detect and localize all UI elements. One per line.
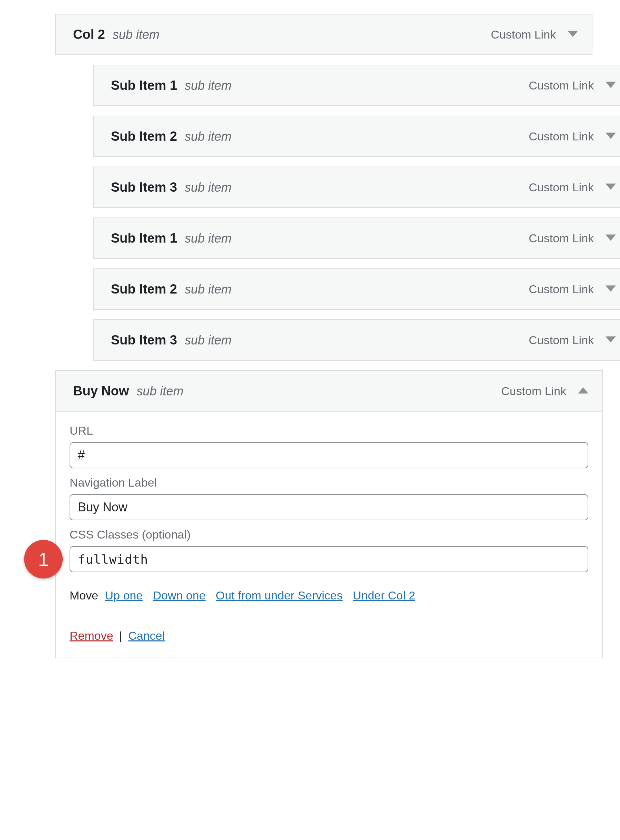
- url-input[interactable]: [69, 442, 588, 468]
- menu-item-sub1b[interactable]: Sub Item 1 sub item Custom Link: [93, 218, 620, 259]
- move-under-link[interactable]: Under Col 2: [353, 589, 415, 602]
- separator: |: [119, 629, 122, 642]
- menu-item-sub3a[interactable]: Sub Item 3 sub item Custom Link: [93, 166, 620, 208]
- remove-link[interactable]: Remove: [69, 629, 113, 642]
- css-classes-input[interactable]: [69, 546, 588, 572]
- chevron-down-icon[interactable]: [567, 31, 578, 38]
- move-up-link[interactable]: Up one: [105, 589, 143, 602]
- menu-item-linktype: Custom Link: [529, 232, 594, 245]
- annotation-badge-1: 1: [24, 540, 63, 579]
- menu-item-settings-panel: URL Navigation Label CSS Classes (option…: [55, 412, 603, 658]
- menu-item-linktype: Custom Link: [529, 282, 594, 296]
- move-down-link[interactable]: Down one: [153, 589, 206, 602]
- menu-item-title: Buy Now: [73, 384, 129, 399]
- menu-item-linktype: Custom Link: [529, 130, 594, 143]
- move-label: Move: [69, 589, 98, 602]
- menu-item-sub3b[interactable]: Sub Item 3 sub item Custom Link: [93, 320, 620, 361]
- menu-item-sub2b[interactable]: Sub Item 2 sub item Custom Link: [93, 268, 620, 310]
- menu-item-title: Sub Item 2: [111, 129, 177, 144]
- actions-row: Remove | Cancel: [69, 629, 588, 642]
- cancel-link[interactable]: Cancel: [128, 629, 165, 642]
- menu-item-subtype: sub item: [185, 129, 232, 144]
- move-out-link[interactable]: Out from under Services: [216, 589, 342, 602]
- menu-item-subtype: sub item: [185, 180, 232, 195]
- menu-item-sub1a[interactable]: Sub Item 1 sub item Custom Link: [93, 65, 620, 106]
- nav-label-input[interactable]: [69, 494, 588, 520]
- move-row: Move Up one Down one Out from under Serv…: [69, 589, 588, 602]
- css-classes-label: CSS Classes (optional): [69, 528, 588, 541]
- menu-item-title: Col 2: [73, 27, 105, 42]
- menu-item-subtype: sub item: [137, 384, 184, 399]
- menu-item-subtype: sub item: [185, 231, 232, 246]
- menu-item-sub2a[interactable]: Sub Item 2 sub item Custom Link: [93, 116, 620, 157]
- nav-label-label: Navigation Label: [69, 476, 588, 489]
- menu-item-linktype: Custom Link: [529, 79, 594, 92]
- menu-item-title: Sub Item 3: [111, 180, 177, 195]
- menu-item-title: Sub Item 3: [111, 333, 177, 348]
- menu-item-subtype: sub item: [113, 27, 160, 42]
- menu-item-col2[interactable]: Col 2 sub item Custom Link: [55, 14, 593, 55]
- chevron-down-icon[interactable]: [605, 336, 616, 344]
- menu-item-buynow[interactable]: Buy Now sub item Custom Link: [55, 370, 603, 412]
- menu-item-title: Sub Item 2: [111, 282, 177, 297]
- menu-item-subtype: sub item: [185, 78, 232, 93]
- chevron-up-icon[interactable]: [578, 387, 588, 395]
- menu-item-linktype: Custom Link: [491, 28, 556, 41]
- annotation-badge-text: 1: [38, 548, 48, 570]
- chevron-down-icon[interactable]: [605, 285, 616, 293]
- menu-item-linktype: Custom Link: [529, 181, 594, 194]
- url-label: URL: [69, 424, 588, 437]
- menu-item-title: Sub Item 1: [111, 78, 177, 93]
- chevron-down-icon[interactable]: [605, 183, 616, 191]
- menu-item-subtype: sub item: [185, 333, 232, 348]
- chevron-down-icon[interactable]: [605, 234, 616, 242]
- chevron-down-icon[interactable]: [605, 132, 616, 140]
- menu-item-linktype: Custom Link: [529, 333, 594, 347]
- menu-item-title: Sub Item 1: [111, 231, 177, 246]
- menu-item-subtype: sub item: [185, 282, 232, 297]
- chevron-down-icon[interactable]: [605, 81, 616, 89]
- menu-item-linktype: Custom Link: [501, 384, 566, 398]
